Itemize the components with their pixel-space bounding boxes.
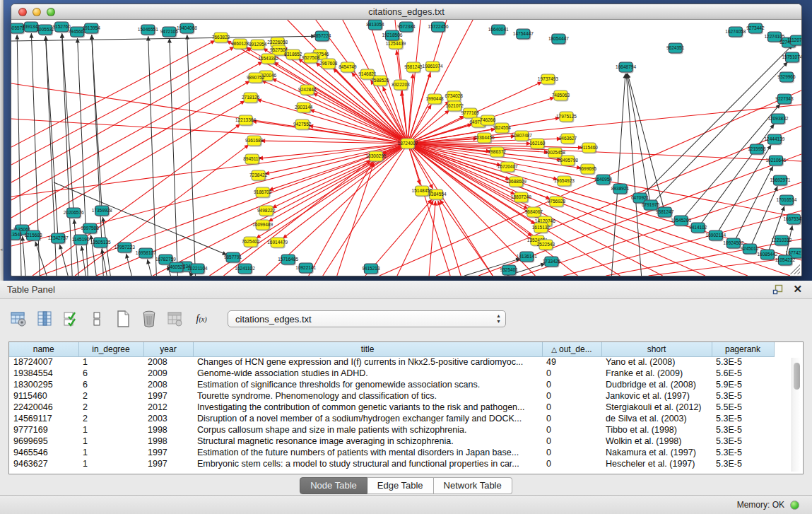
table-row[interactable]: 977716911998Corpus callosum shape and si… xyxy=(9,424,774,436)
table-cell[interactable]: Genome-wide association studies in ADHD. xyxy=(193,368,542,379)
graph-edge[interactable] xyxy=(92,35,102,211)
table-cell[interactable]: Investigating the contribution of common… xyxy=(193,402,542,413)
table-cell[interactable]: 2 xyxy=(78,413,143,424)
table-cell[interactable]: 49 xyxy=(542,356,601,368)
tab-edge-table[interactable]: Edge Table xyxy=(367,477,434,494)
table-cell[interactable]: de Silva et al. (2003) xyxy=(601,413,712,424)
table-row[interactable]: 946554611997Estimation of the future num… xyxy=(9,447,774,458)
table-settings-icon[interactable] xyxy=(8,309,28,329)
column-header-title[interactable]: title xyxy=(193,342,542,356)
graph-edge[interactable] xyxy=(257,100,408,144)
table-cell[interactable]: 9115460 xyxy=(9,390,78,402)
graph-edge[interactable] xyxy=(62,33,73,213)
table-cell[interactable]: Hescheler et al. (1997) xyxy=(601,458,712,469)
table-cell[interactable]: 0 xyxy=(542,436,601,447)
table-cell[interactable]: 0 xyxy=(542,413,601,424)
divider-collapse-handle[interactable]: ◂ xyxy=(0,246,4,253)
table-cell[interactable]: 5.5E-5 xyxy=(712,402,774,413)
new-document-icon[interactable] xyxy=(113,309,133,329)
function-builder-icon[interactable]: f(x) xyxy=(192,309,211,329)
network-window-titlebar[interactable]: citations_edges.txt xyxy=(11,4,801,20)
table-cell[interactable]: 5.3E-5 xyxy=(712,447,774,458)
vertical-scrollbar[interactable] xyxy=(792,358,801,472)
network-window[interactable]: citations_edges.txt 18724007766382298601… xyxy=(11,4,802,276)
table-row[interactable]: 2242004622012Investigating the contribut… xyxy=(9,402,774,413)
table-cell[interactable]: 2 xyxy=(78,390,143,402)
table-cell[interactable]: Estimation of the future numbers of pati… xyxy=(193,447,542,458)
graph-edge[interactable] xyxy=(11,62,263,200)
table-cell[interactable]: Corpus callosum shape and size in male p… xyxy=(193,424,542,436)
delete-trash-icon[interactable] xyxy=(139,309,159,329)
table-cell[interactable]: Estimation of significance thresholds fo… xyxy=(193,379,542,390)
table-cell[interactable]: Yano et al. (2008) xyxy=(601,356,712,368)
table-row[interactable]: 1872400712008Changes of HCN gene express… xyxy=(9,356,774,368)
graph-edge[interactable] xyxy=(612,74,625,276)
table-cell[interactable]: Franke et al. (2009) xyxy=(601,368,712,379)
table-cell[interactable]: 19384554 xyxy=(9,368,78,379)
graph-edge[interactable] xyxy=(309,162,373,276)
table-row[interactable]: 946362711997Embryonic stem cells: a mode… xyxy=(9,458,774,469)
scrollbar-thumb[interactable] xyxy=(794,363,800,390)
table-cell[interactable]: 1998 xyxy=(143,436,193,447)
table-cell[interactable]: Tibbo et al. (1998) xyxy=(601,424,712,436)
table-cell[interactable]: 1 xyxy=(78,436,143,447)
graph-edge[interactable] xyxy=(438,201,461,276)
table-row[interactable]: 1830029562008Estimation of significance … xyxy=(9,379,774,390)
graph-edge[interactable] xyxy=(337,163,374,276)
table-cell[interactable]: 6 xyxy=(78,379,143,390)
table-cell[interactable]: 5.9E-5 xyxy=(712,379,774,390)
table-cell[interactable]: 18300295 xyxy=(9,379,78,390)
memory-status-indicator[interactable] xyxy=(790,501,799,510)
table-cell[interactable]: 0 xyxy=(542,447,601,458)
table-cell[interactable]: 1998 xyxy=(143,424,193,436)
table-cell[interactable]: 1 xyxy=(78,424,143,436)
table-cell[interactable]: 1997 xyxy=(143,390,193,402)
table-cell[interactable]: 1 xyxy=(78,447,143,458)
table-cell[interactable]: 9463627 xyxy=(9,458,78,469)
tab-node-table[interactable]: Node Table xyxy=(300,477,367,494)
table-cell[interactable]: Nakamura et al. (1997) xyxy=(601,447,712,458)
table-cell[interactable]: 2008 xyxy=(143,356,193,368)
graph-edge[interactable] xyxy=(628,74,665,212)
graph-edge[interactable] xyxy=(698,124,775,228)
table-cell[interactable]: 5.6E-5 xyxy=(712,368,774,379)
graph-edge[interactable] xyxy=(170,38,178,276)
column-header-pagerank[interactable]: pagerank xyxy=(712,342,774,356)
graph-edge[interactable] xyxy=(397,200,433,276)
graph-edge[interactable] xyxy=(408,20,473,144)
table-cell[interactable]: 0 xyxy=(542,458,601,469)
table-row[interactable]: 1456911722003Disruption of a novel membe… xyxy=(9,413,774,424)
column-header-year[interactable]: year xyxy=(143,342,193,356)
graph-edge[interactable] xyxy=(11,144,408,246)
graph-edge[interactable] xyxy=(59,245,68,276)
table-cell[interactable]: 2009 xyxy=(143,368,193,379)
table-cell[interactable]: 2008 xyxy=(143,379,193,390)
graph-edge[interactable] xyxy=(408,20,447,144)
table-selector-dropdown[interactable]: citations_edges.txt ▲▼ xyxy=(228,310,506,327)
graph-edge[interactable] xyxy=(23,236,25,276)
graph-edge[interactable] xyxy=(35,242,47,276)
table-cell[interactable]: 14569117 xyxy=(9,413,78,424)
graph-edge[interactable] xyxy=(767,206,784,255)
graph-canvas[interactable]: 1872400776638229860128891295423226058952… xyxy=(11,20,801,276)
table-cell[interactable]: 5.3E-5 xyxy=(712,390,774,402)
table-row[interactable]: 969969511998Structural magnetic resonanc… xyxy=(9,436,774,447)
table-cell[interactable]: 1 xyxy=(78,458,143,469)
column-header-out-de-[interactable]: △out_de... xyxy=(542,342,601,356)
graph-edge[interactable] xyxy=(153,144,408,276)
row-height-icon[interactable] xyxy=(87,309,107,329)
table-panel-titlebar[interactable]: Table Panel ✕ xyxy=(0,281,812,299)
graph-canvas-svg[interactable]: 1872400776638229860128891295423226058952… xyxy=(11,20,801,276)
table-cell[interactable]: 9465546 xyxy=(9,447,78,458)
graph-edge[interactable] xyxy=(408,144,801,161)
table-cell[interactable]: Embryonic stem cells: a model to study s… xyxy=(193,458,542,469)
table-cell[interactable]: Tourette syndrome. Phenomenology and cla… xyxy=(193,390,542,402)
table-cell[interactable]: 5.3E-5 xyxy=(712,356,774,368)
table-cell[interactable]: 6 xyxy=(78,368,143,379)
table-cell[interactable]: Wolkin et al. (1998) xyxy=(601,436,712,447)
graph-edge[interactable] xyxy=(11,40,216,147)
table-cell[interactable]: 5.3E-5 xyxy=(712,413,774,424)
table-cell[interactable]: 1997 xyxy=(143,447,193,458)
table-cell[interactable]: 0 xyxy=(542,390,601,402)
table-cell[interactable]: 2 xyxy=(78,402,143,413)
